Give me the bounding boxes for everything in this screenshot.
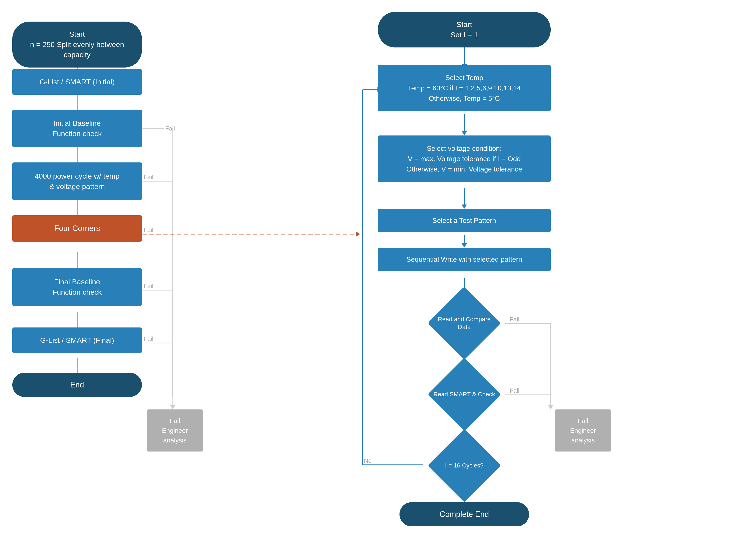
left-four-corners-label: Four Corners <box>54 224 100 233</box>
svg-marker-34 <box>462 131 467 135</box>
svg-text:Fail: Fail <box>144 227 153 233</box>
right-start-node: Start Set I = 1 <box>378 12 551 47</box>
right-end-node: Complete End <box>400 502 529 526</box>
svg-marker-36 <box>462 205 467 209</box>
right-read-smart-text: Read SMART & Check <box>432 390 497 398</box>
right-read-smart-wrap: Read SMART & Check <box>423 368 505 420</box>
diagram-container: Fail Fail Fail Fail Fail <box>0 0 756 535</box>
left-fail-box: Fail Engineer analysis <box>147 409 203 452</box>
right-start-label: Start Set I = 1 <box>450 20 478 39</box>
svg-marker-30 <box>356 232 360 237</box>
left-glist-final: G-List / SMART (Final) <box>12 327 142 353</box>
svg-text:Fail: Fail <box>510 316 519 323</box>
svg-text:Fail: Fail <box>165 125 175 132</box>
right-seq-write-label: Sequential Write with selected pattern <box>407 255 522 263</box>
right-read-compare-wrap: Read and Compare Data <box>423 297 505 349</box>
left-final-baseline: Final Baseline Function check <box>12 268 142 306</box>
left-end-label: End <box>70 380 84 389</box>
left-fail-box-label: Fail Engineer analysis <box>162 417 188 444</box>
left-end-node: End <box>12 373 142 397</box>
left-power-cycle: 4000 power cycle w/ temp & voltage patte… <box>12 162 142 200</box>
svg-marker-38 <box>462 243 467 248</box>
svg-marker-27 <box>170 405 175 409</box>
right-select-voltage: Select voltage condition: V = max. Volta… <box>378 135 551 182</box>
left-power-cycle-label: 4000 power cycle w/ temp & voltage patte… <box>35 172 119 190</box>
left-initial-baseline: Initial Baseline Function check <box>12 110 142 147</box>
svg-text:Fail: Fail <box>510 387 519 394</box>
left-four-corners: Four Corners <box>12 215 142 241</box>
svg-marker-55 <box>548 405 553 409</box>
right-seq-write: Sequential Write with selected pattern <box>378 248 551 271</box>
svg-text:No: No <box>364 457 372 464</box>
right-select-voltage-label: Select voltage condition: V = max. Volta… <box>407 145 522 173</box>
left-glist-initial-label: G-List / SMART (Initial) <box>40 78 115 86</box>
right-end-label: Complete End <box>439 510 489 519</box>
right-select-temp-label: Select Temp Temp = 60°C if I = 1,2,5,6,9… <box>408 74 521 102</box>
left-start-node: Start n = 250 Split evenly between capac… <box>12 21 142 68</box>
svg-text:Fail: Fail <box>144 335 153 342</box>
right-cycle-check-wrap: I = 16 Cycles? <box>423 440 505 492</box>
right-select-pattern: Select a Test Pattern <box>378 209 551 232</box>
svg-text:Fail: Fail <box>144 174 153 180</box>
left-initial-baseline-label: Initial Baseline Function check <box>52 119 102 138</box>
right-fail-box: Fail Engineer analysis <box>555 409 611 452</box>
right-select-pattern-label: Select a Test Pattern <box>433 216 496 224</box>
right-read-compare-text: Read and Compare Data <box>432 315 497 331</box>
svg-text:Fail: Fail <box>144 283 153 289</box>
right-cycle-check-text: I = 16 Cycles? <box>432 462 497 469</box>
right-fail-box-label: Fail Engineer analysis <box>570 417 596 444</box>
left-final-baseline-label: Final Baseline Function check <box>52 278 102 296</box>
left-glist-final-label: G-List / SMART (Final) <box>40 336 114 344</box>
left-start-label: Start n = 250 Split evenly between capac… <box>30 30 124 59</box>
left-glist-initial: G-List / SMART (Initial) <box>12 69 142 95</box>
right-select-temp: Select Temp Temp = 60°C if I = 1,2,5,6,9… <box>378 65 551 111</box>
